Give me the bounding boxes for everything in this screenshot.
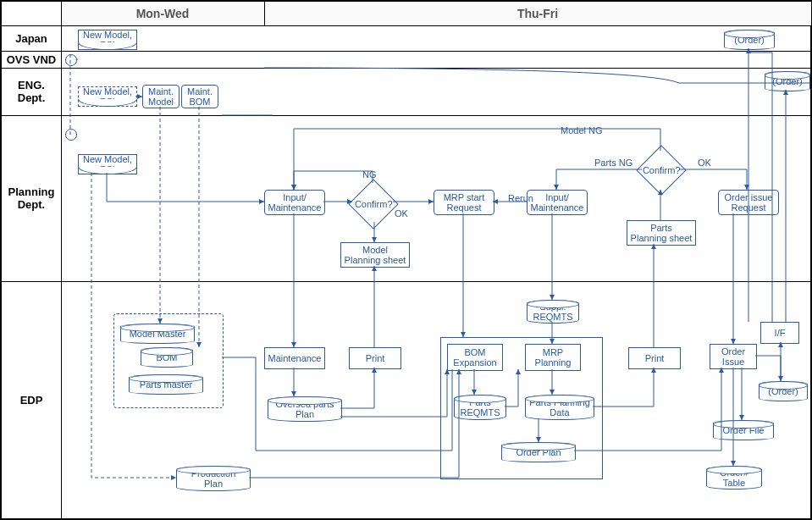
row-japan: Japan	[2, 25, 62, 51]
rect-maintenance: Maintenance	[264, 347, 325, 369]
row-planning-dept: Planning Dept.	[2, 115, 62, 281]
cyl-japan-order: (Order)	[724, 30, 775, 50]
decision-confirm1: Confirm?	[348, 179, 398, 229]
cyl-ovs-order: (Order)	[765, 71, 810, 91]
row-edp: EDP	[2, 281, 62, 518]
cyl-order-plan: Order Plan	[501, 442, 576, 462]
label: Parts master	[140, 379, 192, 390]
label: Confirm?	[643, 165, 681, 175]
rect-print1: Print	[349, 347, 401, 369]
label: Parts Planning Data	[529, 397, 590, 418]
doc-eng-newmodel: New Model, PSI	[78, 86, 137, 107]
rect-mrp-planning: MRP Planning	[525, 344, 581, 371]
cyl-production-plan: Production Plan	[176, 466, 251, 491]
rect-if: I/F	[760, 322, 799, 344]
label: Order File	[723, 425, 765, 435]
label-model-ng: Model NG	[561, 125, 603, 136]
proc-input-maint2: Input/ Maintenance	[527, 190, 588, 215]
label-rerun: Rerun	[508, 193, 533, 203]
label: Oversea parts Plan	[275, 399, 334, 419]
cyl-ordernum-table: Order# Table	[706, 466, 762, 490]
cyl-parts-master: Parts master	[129, 374, 203, 395]
label-ng1: NG	[362, 169, 377, 180]
rect-print2: Print	[628, 347, 681, 369]
proc-input-maint: Input/ Maintenance	[264, 190, 325, 215]
row-eng-dept: ENG. Dept.	[2, 68, 62, 115]
label: Confirm?	[355, 199, 393, 209]
label: Suppl. REQMTS	[533, 301, 572, 322]
cyl-oversea-plan: Oversea parts Plan	[268, 396, 342, 422]
cyl-parts-plan-data: Parts Planning Data	[525, 395, 594, 420]
connector-circle-1	[65, 54, 77, 66]
cyl-edp-order: (Order)	[759, 381, 808, 401]
proc-order-issue-req: Order issue Request	[718, 190, 779, 215]
label: Order Plan	[516, 447, 561, 457]
cyl-model-master: Model Master	[120, 324, 195, 344]
label-ok1: OK	[395, 208, 408, 219]
connector-circle-2	[65, 129, 77, 141]
col-thu-fri: Thu-Fri	[264, 2, 811, 25]
label: BOM	[156, 352, 177, 362]
label-ok2: OK	[698, 158, 711, 168]
label: Production Plan	[191, 468, 236, 489]
cyl-suppl-reqmts: Suppl. REQMTS	[527, 300, 579, 324]
rect-parts-sheet: Parts Planning sheet	[627, 220, 696, 246]
cyl-bom: BOM	[141, 347, 193, 368]
proc-mrp-start: MRP start Request	[434, 190, 494, 215]
proc-maint-model: Maint. Model	[142, 85, 180, 108]
label: Parts REQMTS	[460, 397, 500, 418]
decision-confirm2: Confirm?	[636, 145, 686, 195]
rect-order-issue: Order Issue	[710, 344, 757, 369]
doc-japan-newmodel: New Model, PSI	[78, 30, 137, 50]
label: (Order)	[772, 76, 802, 86]
doc-plan-newmodel: New Model, PSI	[78, 154, 137, 174]
rect-model-sheet: Model Planning sheet	[340, 242, 410, 268]
label-parts-ng: Parts NG	[594, 158, 632, 168]
proc-maint-bom: Maint. BOM	[181, 85, 218, 108]
cyl-parts-reqmts: Parts REQMTS	[454, 395, 506, 420]
swimlane-diagram: Mon-Wed Thu-Fri Japan OVS VND ENG. Dept.…	[0, 0, 812, 520]
col-mon-wed: Mon-Wed	[61, 2, 264, 25]
row-ovs-vnd: OVS VND	[2, 51, 62, 68]
label: Order# Table	[720, 467, 748, 488]
cyl-order-file: Order File	[713, 420, 774, 440]
label: (Order)	[768, 386, 798, 396]
rect-bom-expansion: BOM Expansion	[447, 344, 503, 371]
label: (Order)	[734, 35, 764, 45]
label: Model Master	[130, 329, 186, 339]
